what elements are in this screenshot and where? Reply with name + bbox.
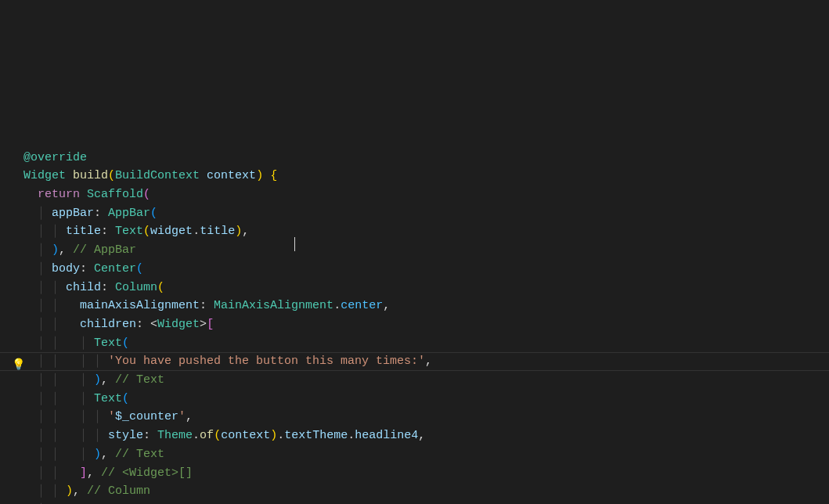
class-theme: Theme: [157, 429, 193, 442]
type-widget-list: Widget: [157, 318, 200, 331]
class-text-2: Text: [94, 392, 122, 405]
param-context-2: context: [221, 429, 270, 442]
param-context: context: [207, 169, 256, 182]
comment-widgetlist: // <Widget>[]: [101, 466, 193, 480]
method-build: build: [73, 169, 108, 182]
class-scaffold: Scaffold: [87, 188, 143, 201]
prop-texttheme: textTheme: [284, 429, 348, 442]
prop-children: children: [80, 318, 136, 331]
class-mainaxisalignment: MainAxisAlignment: [214, 299, 333, 312]
comment-column: // Column: [87, 484, 150, 498]
interp-counter: $_counter: [115, 410, 178, 423]
prop-title: title: [66, 225, 101, 238]
class-text: Text: [115, 225, 143, 238]
lightbulb-icon[interactable]: 💡: [12, 356, 25, 375]
annotation-override: @override: [23, 151, 87, 164]
class-appbar: AppBar: [108, 207, 150, 220]
method-of: of: [200, 429, 214, 442]
class-column: Column: [115, 281, 157, 294]
prop-headline4: headline4: [355, 429, 418, 442]
string-pushed: 'You have pushed the button this many ti…: [108, 355, 425, 368]
code-editor[interactable]: @override Widget build(BuildContext cont…: [0, 149, 829, 504]
field-title: title: [200, 225, 235, 238]
enum-center: center: [341, 299, 383, 312]
comment-appbar: // AppBar: [73, 243, 136, 257]
type-widget: Widget: [23, 169, 66, 182]
class-center: Center: [94, 262, 136, 275]
string-counter-open: ': [108, 410, 115, 423]
type-buildcontext: BuildContext: [115, 169, 200, 182]
prop-style: style: [108, 429, 143, 442]
text-cursor: [294, 237, 295, 251]
prop-body: body: [52, 262, 80, 275]
comment-text-2: // Text: [115, 448, 164, 461]
prop-mainaxisalignment: mainAxisAlignment: [80, 299, 200, 312]
comment-text-1: // Text: [115, 373, 164, 387]
prop-appbar: appBar: [52, 207, 94, 220]
string-counter-close: ': [178, 410, 186, 423]
class-text-1: Text: [94, 337, 122, 350]
var-widget: widget: [150, 225, 193, 238]
prop-child: child: [66, 281, 101, 294]
keyword-return: return: [38, 188, 80, 201]
